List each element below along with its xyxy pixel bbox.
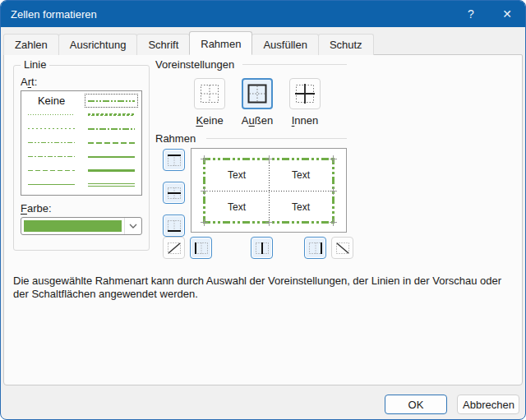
line-style-medium-dash-dot[interactable] xyxy=(85,122,138,136)
line-style-medium-dashed[interactable] xyxy=(85,136,138,150)
rahmen-label: Rahmen xyxy=(155,132,196,145)
border-preview[interactable]: Text Text Text Text xyxy=(191,148,347,233)
titlebar: Zellen formatieren ? ✕ xyxy=(1,1,525,27)
close-icon: ✕ xyxy=(502,7,512,21)
color-dropdown[interactable] xyxy=(21,217,142,235)
preview-tick xyxy=(265,219,273,226)
line-style-dashed[interactable] xyxy=(25,164,78,178)
tab-page-rahmen: Linie Art: Keine xyxy=(3,54,523,385)
line-style-column-left: Keine xyxy=(21,91,81,195)
diagonal-down-border-button[interactable] xyxy=(331,237,353,259)
help-button[interactable]: ? xyxy=(453,1,489,27)
preview-tick xyxy=(201,219,208,226)
tab-rahmen[interactable]: Rahmen xyxy=(189,31,252,55)
tab-ausfuellen[interactable]: Ausfüllen xyxy=(251,34,318,55)
voreinstellungen-divider xyxy=(242,64,347,65)
preset-none-icon xyxy=(199,83,220,104)
preset-outline-button[interactable] xyxy=(242,78,273,109)
linie-group-label: Linie xyxy=(21,58,49,71)
inner-horizontal-border-icon xyxy=(167,186,182,201)
preview-tick xyxy=(201,155,208,163)
preview-tick xyxy=(330,155,337,163)
line-style-thin-solid[interactable] xyxy=(25,178,78,192)
right-border-icon xyxy=(308,241,323,256)
tab-schrift[interactable]: Schrift xyxy=(136,34,190,55)
line-style-dash-dot-dot[interactable] xyxy=(25,136,78,150)
preset-inside-button[interactable] xyxy=(289,78,321,109)
line-style-dotted[interactable] xyxy=(25,122,78,136)
close-button[interactable]: ✕ xyxy=(489,1,525,27)
description-text: Die ausgewählte Rahmenart kann durch Aus… xyxy=(13,275,516,302)
bottom-border-icon xyxy=(167,219,182,233)
diagonal-up-border-icon xyxy=(167,241,182,256)
help-icon: ? xyxy=(468,7,474,21)
preset-inside-icon xyxy=(294,83,316,104)
format-cells-dialog: Zellen formatieren ? ✕ Zahlen Ausrichtun… xyxy=(0,0,526,420)
preset-none-label: Keine xyxy=(185,114,234,127)
preview-text: Text xyxy=(228,201,246,213)
tab-schutz[interactable]: Schutz xyxy=(318,34,374,55)
preset-outline-label: Außen xyxy=(233,114,282,127)
top-border-icon xyxy=(167,153,182,168)
diagonal-down-border-icon xyxy=(335,241,350,256)
preview-tick xyxy=(265,155,273,163)
tab-zahlen[interactable]: Zahlen xyxy=(3,34,59,55)
dialog-title: Zellen formatieren xyxy=(11,8,97,21)
tab-ausrichtung[interactable]: Ausrichtung xyxy=(58,34,138,55)
line-style-thick-solid[interactable] xyxy=(85,164,138,178)
line-style-hairline-dotted[interactable] xyxy=(25,108,78,122)
preset-outline-icon xyxy=(247,83,268,104)
preview-text: Text xyxy=(292,169,310,181)
preview-tick xyxy=(330,187,337,195)
cancel-button[interactable]: Abbrechen xyxy=(457,395,519,414)
rahmen-divider xyxy=(206,138,347,139)
inner-vertical-border-button[interactable] xyxy=(251,237,273,259)
line-style-listbox[interactable]: Keine xyxy=(21,90,142,196)
chevron-down-icon xyxy=(124,218,141,234)
art-label: Art: xyxy=(21,76,37,88)
line-style-medium-dash-dot-dot[interactable] xyxy=(85,94,138,108)
line-style-medium-slant-dash[interactable] xyxy=(85,108,138,122)
line-style-double[interactable] xyxy=(85,178,138,192)
preview-inner-horizontal-guide[interactable] xyxy=(205,191,333,192)
linie-group: Linie Art: Keine xyxy=(13,65,150,251)
preview-tick xyxy=(330,219,337,226)
preview-text: Text xyxy=(292,201,310,213)
line-style-column-right xyxy=(81,91,141,195)
top-border-button[interactable] xyxy=(163,149,185,171)
diagonal-up-border-button[interactable] xyxy=(163,237,185,259)
left-border-icon xyxy=(194,241,209,256)
voreinstellungen-label: Voreinstellungen xyxy=(155,58,234,71)
line-style-medium-solid[interactable] xyxy=(85,150,138,164)
ok-button[interactable]: OK xyxy=(385,395,447,414)
bottom-border-button[interactable] xyxy=(163,215,185,237)
preset-inside-label: Innen xyxy=(280,114,330,127)
line-style-dash-dot[interactable] xyxy=(25,150,78,164)
right-border-button[interactable] xyxy=(304,237,326,259)
titlebar-buttons: ? ✕ xyxy=(453,1,525,27)
farbe-label: Farbe: xyxy=(21,202,52,215)
preview-tick xyxy=(201,187,208,195)
color-swatch xyxy=(24,220,122,232)
left-border-button[interactable] xyxy=(190,237,212,259)
tab-strip: Zahlen Ausrichtung Schrift Rahmen Ausfül… xyxy=(3,32,373,55)
line-style-none[interactable]: Keine xyxy=(25,94,78,108)
preset-none-button[interactable] xyxy=(194,78,225,109)
preview-text: Text xyxy=(228,169,246,181)
inner-horizontal-border-button[interactable] xyxy=(163,182,185,204)
inner-vertical-border-icon xyxy=(255,241,270,256)
